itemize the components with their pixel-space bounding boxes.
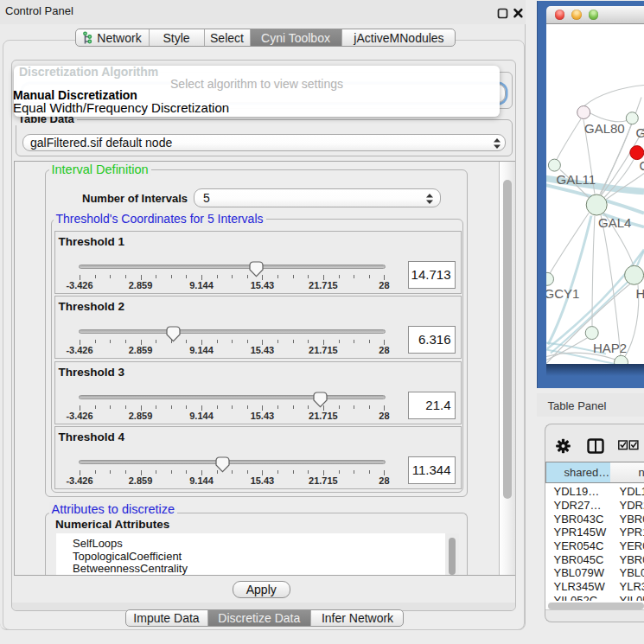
svg-text:GAL11: GAL11	[557, 172, 596, 187]
svg-text:GAL80: GAL80	[584, 120, 625, 135]
svg-text:GCY1: GCY1	[546, 286, 579, 301]
svg-text:GA: GA	[636, 124, 644, 139]
svg-text:HAP2: HAP2	[593, 340, 627, 354]
svg-text:C: C	[640, 157, 644, 172]
svg-text:GAL4: GAL4	[598, 215, 631, 230]
svg-text:H: H	[636, 285, 644, 300]
